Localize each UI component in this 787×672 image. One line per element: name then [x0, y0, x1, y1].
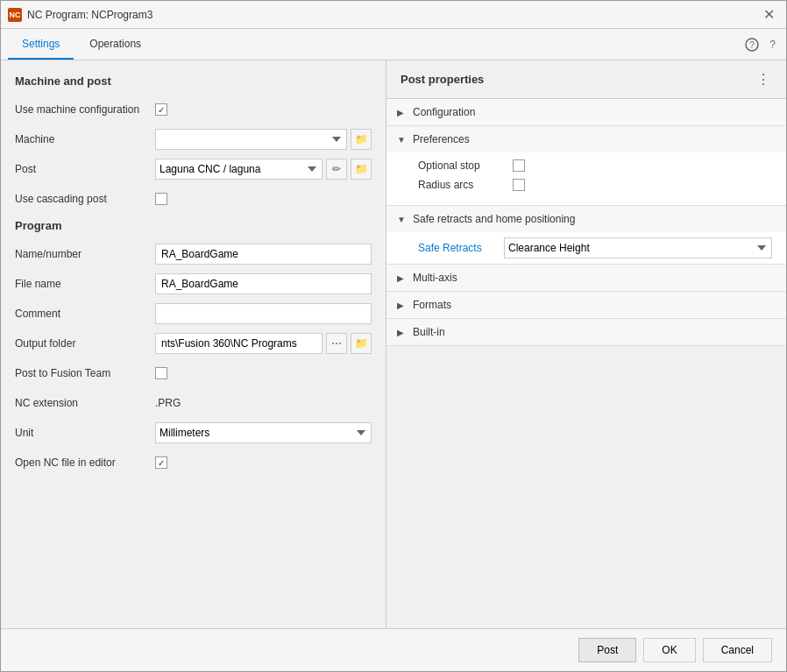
- titlebar-left: NC NC Program: NCProgram3: [8, 8, 152, 22]
- name-number-input[interactable]: [155, 244, 372, 265]
- configuration-section: ▶ Configuration: [386, 99, 786, 126]
- output-folder-control: ⋯ 📁: [155, 333, 372, 354]
- nc-extension-control: .PRG: [155, 397, 372, 409]
- radius-arcs-checkbox[interactable]: [513, 179, 525, 191]
- file-name-input[interactable]: [155, 273, 372, 294]
- open-nc-checkbox[interactable]: [155, 456, 167, 469]
- machine-control: 📁: [155, 129, 372, 150]
- output-folder-label: Output folder: [15, 337, 155, 350]
- nc-extension-value: .PRG: [155, 397, 181, 409]
- multi-axis-arrow: ▶: [397, 273, 408, 283]
- open-nc-row: Open NC file in editor: [15, 451, 372, 474]
- use-machine-config-row: Use machine configuration: [15, 98, 372, 121]
- use-machine-config-label: Use machine configuration: [15, 103, 155, 116]
- post-to-fusion-checkbox[interactable]: [155, 367, 167, 379]
- use-machine-config-checkbox[interactable]: [155, 103, 167, 116]
- radius-arcs-label: Radius arcs: [418, 179, 506, 191]
- formats-section: ▶ Formats: [386, 292, 786, 319]
- safe-retracts-header[interactable]: ▼ Safe retracts and home positioning: [386, 206, 786, 232]
- folder-icon-2: 📁: [355, 163, 368, 175]
- comment-row: Comment: [15, 302, 372, 325]
- folder-icon-3: 📁: [355, 337, 368, 350]
- nc-extension-label: NC extension: [15, 397, 155, 409]
- machine-select[interactable]: [155, 129, 347, 150]
- file-name-row: File name: [15, 272, 372, 295]
- name-number-row: Name/number: [15, 243, 372, 265]
- formats-arrow: ▶: [397, 301, 408, 310]
- preferences-label: Preferences: [413, 133, 470, 145]
- name-number-label: Name/number: [15, 248, 155, 260]
- post-label: Post: [15, 163, 155, 175]
- help-button[interactable]: ?: [766, 35, 779, 54]
- machine-label: Machine: [15, 133, 155, 145]
- more-options-button[interactable]: ⋮: [756, 71, 772, 88]
- post-props-title: Post properties: [401, 73, 484, 86]
- optional-stop-checkbox[interactable]: [513, 159, 525, 172]
- built-in-label: Built-in: [413, 326, 445, 338]
- safe-retracts-link[interactable]: Safe Retracts: [418, 242, 497, 254]
- edit-icon: ✏: [332, 163, 341, 175]
- phone-icon: ?: [745, 38, 759, 52]
- unit-row: Unit Millimeters: [15, 421, 372, 444]
- use-machine-config-control: [155, 103, 372, 116]
- comment-label: Comment: [15, 308, 155, 320]
- unit-select[interactable]: Millimeters: [155, 422, 372, 443]
- main-window: NC NC Program: NCProgram3 ✕ Settings Ope…: [0, 0, 787, 672]
- safe-retracts-arrow: ▼: [397, 215, 408, 224]
- preferences-section: ▼ Preferences Optional stop Radius arcs: [386, 126, 786, 206]
- configuration-label: Configuration: [413, 106, 475, 118]
- formats-header[interactable]: ▶ Formats: [386, 292, 786, 318]
- tab-settings[interactable]: Settings: [8, 29, 74, 60]
- post-edit-button[interactable]: ✏: [326, 159, 347, 180]
- comment-control: [155, 303, 372, 324]
- program-section-title: Program: [15, 219, 372, 232]
- built-in-header[interactable]: ▶ Built-in: [386, 319, 786, 345]
- window-title: NC Program: NCProgram3: [27, 9, 152, 21]
- help-dropdown-button[interactable]: ?: [741, 34, 762, 55]
- open-nc-label: Open NC file in editor: [15, 456, 155, 469]
- post-row: Post Laguna CNC / laguna ✏ 📁: [15, 158, 372, 180]
- safe-retracts-label: Safe retracts and home positioning: [413, 213, 575, 225]
- close-button[interactable]: ✕: [758, 4, 779, 25]
- content-area: Machine and post Use machine configurati…: [1, 60, 786, 628]
- file-name-label: File name: [15, 278, 155, 290]
- use-cascading-post-control: [155, 193, 372, 205]
- configuration-header[interactable]: ▶ Configuration: [386, 99, 786, 125]
- app-icon: NC: [8, 8, 22, 22]
- output-folder-browse-button[interactable]: ⋯: [326, 333, 347, 354]
- machine-row: Machine 📁: [15, 128, 372, 151]
- name-number-control: [155, 244, 372, 265]
- post-folder-button[interactable]: 📁: [351, 159, 372, 180]
- right-panel: Post properties ⋮ ▶ Configuration ▼ Pref…: [386, 60, 786, 628]
- tabs-right: ? ?: [741, 34, 779, 55]
- multi-axis-header[interactable]: ▶ Multi-axis: [386, 265, 786, 291]
- output-folder-open-button[interactable]: 📁: [351, 333, 372, 354]
- configuration-arrow: ▶: [397, 108, 408, 117]
- safe-retracts-section: ▼ Safe retracts and home positioning Saf…: [386, 206, 786, 265]
- clearance-height-select[interactable]: Clearance Height: [504, 237, 772, 258]
- preferences-header[interactable]: ▼ Preferences: [386, 126, 786, 152]
- unit-label: Unit: [15, 427, 155, 439]
- multi-axis-label: Multi-axis: [413, 272, 457, 284]
- comment-input[interactable]: [155, 303, 372, 324]
- titlebar: NC NC Program: NCProgram3 ✕: [1, 1, 786, 29]
- file-name-control: [155, 273, 372, 294]
- ok-button[interactable]: OK: [643, 638, 695, 662]
- preferences-content: Optional stop Radius arcs: [386, 152, 786, 205]
- cancel-button[interactable]: Cancel: [703, 638, 772, 662]
- post-select[interactable]: Laguna CNC / laguna: [155, 159, 323, 180]
- use-cascading-post-row: Use cascading post: [15, 187, 372, 210]
- nc-extension-row: NC extension .PRG: [15, 392, 372, 414]
- tab-operations[interactable]: Operations: [75, 29, 155, 60]
- use-cascading-post-checkbox[interactable]: [155, 193, 167, 205]
- open-nc-control: [155, 456, 372, 469]
- machine-folder-button[interactable]: 📁: [351, 129, 372, 150]
- output-folder-input[interactable]: [155, 333, 323, 354]
- post-button[interactable]: Post: [578, 638, 636, 662]
- safe-retracts-content: Safe Retracts Clearance Height: [386, 232, 786, 264]
- tabs-bar: Settings Operations ? ?: [1, 29, 786, 60]
- built-in-arrow: ▶: [397, 328, 408, 337]
- post-to-fusion-row: Post to Fusion Team: [15, 362, 372, 385]
- output-folder-row: Output folder ⋯ 📁: [15, 332, 372, 355]
- footer: Post OK Cancel: [1, 628, 786, 671]
